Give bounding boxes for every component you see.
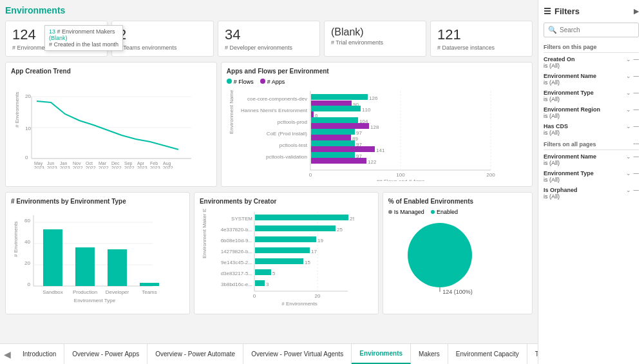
svg-rect-81 [43, 229, 62, 286]
tab-teams-environments[interactable]: Teams Environments [527, 344, 538, 364]
svg-text:4e337820-b...: 4e337820-b... [221, 227, 252, 233]
filter-environment-region[interactable]: Environment Region ⌄ ⸻ is (All) [544, 106, 639, 119]
svg-text:100: 100 [396, 172, 405, 178]
kpi-row: 124 # Environments 13 # Environment Make… [5, 21, 533, 57]
svg-text:Environment Maker ID: Environment Maker ID [202, 209, 207, 258]
tab-environments[interactable]: Environments [352, 344, 411, 364]
svg-rect-108 [255, 236, 316, 242]
svg-text:20: 20 [24, 260, 30, 266]
svg-rect-47 [311, 94, 368, 100]
svg-text:2022: 2022 [163, 166, 173, 169]
tab-overview-power-virtual-agents[interactable]: Overview - Power Virtual Agents [243, 344, 352, 364]
chart1-title: App Creation Trend [11, 68, 211, 75]
tab-introduction[interactable]: Introduction [15, 344, 64, 364]
svg-text:141: 141 [376, 148, 385, 153]
tab-makers[interactable]: Makers [411, 344, 448, 364]
svg-rect-59 [311, 129, 355, 135]
filters-all-pages-menu[interactable]: ⋯ [633, 141, 639, 148]
filters-on-page-title: Filters on this page [544, 44, 639, 53]
svg-text:Nov: Nov [73, 161, 81, 166]
filter-search-input[interactable] [560, 26, 634, 34]
kpi-main-trial: (Blank) [331, 26, 419, 38]
svg-text:200: 200 [486, 172, 495, 178]
svg-text:110: 110 [362, 107, 371, 113]
svg-rect-112 [255, 258, 303, 264]
page-title: Environments [5, 5, 533, 15]
svg-point-118 [408, 223, 472, 287]
filter-all-environment-name[interactable]: Environment Name ⌄ ⸻ is (All) [544, 153, 639, 166]
filter-environment-name[interactable]: Environment Name ⌄ ⸻ is (All) [544, 73, 639, 86]
svg-rect-114 [255, 269, 271, 275]
svg-text:Hannes Niemi's Environment: Hannes Niemi's Environment [241, 108, 308, 113]
svg-text:0: 0 [309, 172, 312, 178]
env-by-type-card: # Environments by Environment Type # Env… [5, 192, 190, 314]
svg-text:Production: Production [73, 289, 97, 295]
svg-text:6b08e10d-9...: 6b08e10d-9... [221, 238, 252, 244]
kpi-card-environments: 124 # Environments 13 # Environment Make… [5, 21, 108, 57]
svg-text:122: 122 [368, 159, 377, 165]
svg-text:9e143c45-2...: 9e143c45-2... [221, 260, 252, 265]
svg-rect-84 [140, 283, 159, 286]
filter-all-environment-type[interactable]: Environment Type ⌄ ⸻ is (All) [544, 170, 639, 183]
kpi-label-developer: # Developer environments [225, 44, 313, 51]
svg-rect-116 [255, 280, 265, 286]
svg-rect-67 [311, 152, 355, 158]
svg-text:# Environments: # Environments [14, 91, 20, 128]
svg-text:Teams: Teams [142, 289, 157, 295]
kpi-card-developer: 34 # Developer environments [218, 21, 320, 57]
svg-text:coe-core-components-dev: coe-core-components-dev [247, 96, 307, 102]
enabled-pie-chart: 124 (100%) [388, 218, 491, 295]
kpi-card-dataverse: 121 # Dataverse instances [430, 21, 533, 57]
kpi-tooltip-item-3: # Created in the last month [49, 41, 118, 48]
filter-environment-type[interactable]: Environment Type ⌄ ⸻ is (All) [544, 90, 639, 102]
tab-overview-power-automate[interactable]: Overview - Power Automate [147, 344, 243, 364]
svg-text:SYSTEM: SYSTEM [231, 216, 252, 222]
filter-icon: ☰ [544, 6, 551, 16]
svg-rect-104 [255, 215, 348, 220]
svg-text:3b8bd16c-e...: 3b8bd16c-e... [221, 282, 252, 287]
svg-text:## Flows and # Apps: ## Flows and # Apps [377, 178, 424, 181]
svg-text:Sandbox: Sandbox [43, 289, 63, 295]
legend-managed: Is Managed [394, 209, 424, 215]
svg-text:CoE (Prod Install): CoE (Prod Install) [267, 131, 307, 137]
svg-text:Developer: Developer [106, 289, 129, 295]
svg-text:2023: 2023 [60, 166, 70, 169]
env-by-type-chart: # Environments 0 20 40 60 [11, 209, 166, 305]
pie-label: 124 (100%) [388, 289, 527, 295]
svg-text:2023: 2023 [150, 166, 160, 169]
apps-flows-card: Apps and Flows per Environment # Flows #… [221, 62, 533, 187]
charts-row-1: App Creation Trend 20 10 0 [5, 62, 533, 187]
tab-environment-capacity[interactable]: Environment Capacity [448, 344, 527, 364]
svg-text:104: 104 [359, 119, 368, 124]
svg-text:3: 3 [266, 282, 269, 287]
kpi-tooltip: 13 # Environment Makers (Blank) # Create… [44, 25, 123, 51]
svg-rect-82 [75, 247, 95, 286]
apps-flows-chart: Environment Name 0 100 200 ## Flows and … [227, 88, 504, 181]
sidebar-collapse-btn[interactable]: ▶ [634, 7, 639, 15]
svg-text:97: 97 [356, 142, 362, 148]
filters-title: ☰ Filters [544, 6, 580, 16]
svg-text:Environment Type: Environment Type [74, 298, 116, 303]
svg-text:Oct: Oct [86, 161, 93, 166]
svg-text:Jun: Jun [47, 161, 54, 166]
svg-text:2023: 2023 [137, 166, 147, 169]
svg-text:2022: 2022 [73, 166, 83, 169]
svg-text:126: 126 [369, 95, 378, 101]
filter-all-is-orphaned[interactable]: Is Orphaned ⌄ ⸻ is (All) [544, 187, 639, 200]
svg-text:25: 25 [337, 227, 343, 233]
svg-text:0: 0 [253, 293, 256, 299]
filter-created-on[interactable]: Created On ⌄ ⸻ is (All) [544, 56, 639, 69]
svg-text:20: 20 [314, 293, 320, 299]
filter-has-cds[interactable]: Has CDS ⌄ ⸻ is (All) [544, 123, 639, 136]
svg-text:2022: 2022 [124, 166, 135, 169]
enabled-environments-card: % of Enabled Environments Is Managed Ena… [383, 192, 533, 314]
search-icon: 🔍 [548, 26, 557, 34]
svg-text:pcttools-prod: pcttools-prod [278, 119, 307, 125]
filter-search-box[interactable]: 🔍 [544, 23, 639, 37]
chart2-legend: # Flows # Apps [227, 79, 527, 85]
tab-overview-power-apps[interactable]: Overview - Power Apps [64, 344, 147, 364]
tab-prev[interactable]: ◀ [0, 344, 15, 364]
svg-text:d3e83217-5...: d3e83217-5... [221, 271, 252, 276]
env-by-creator-card: Environments by Creator Environment Make… [194, 192, 379, 314]
svg-text:2022: 2022 [99, 166, 109, 169]
